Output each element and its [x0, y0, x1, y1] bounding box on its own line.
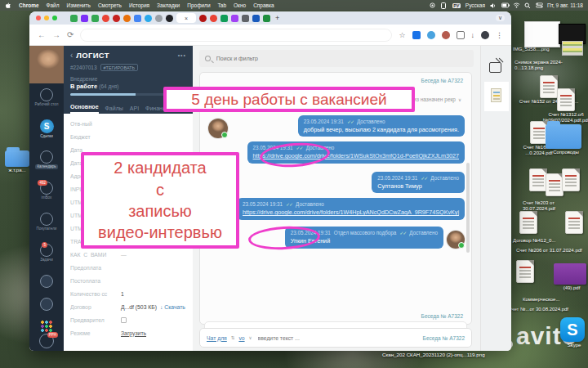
tab-favicon[interactable] [220, 15, 228, 22]
desktop-file[interactable] [529, 168, 547, 191]
tab-files[interactable]: Файлы [105, 105, 123, 114]
minimize-window-button[interactable] [44, 16, 49, 20]
search-input[interactable] [215, 55, 468, 62]
tab-favicon[interactable] [113, 15, 120, 22]
back-button[interactable]: ← [38, 30, 46, 39]
chat-for-link[interactable]: Чат для [207, 335, 227, 341]
desktop-folder-soprovody[interactable]: Сопроводы [546, 124, 586, 155]
forward-button[interactable]: → [52, 30, 60, 39]
chat-scrollbar[interactable] [466, 163, 470, 253]
extension-icon[interactable] [442, 31, 450, 39]
reload-button[interactable]: ⟳ [67, 30, 74, 39]
rail-item-deals[interactable]: S Сделки [29, 119, 64, 139]
tab-favicon[interactable] [145, 15, 152, 22]
spotlight-search-icon[interactable] [524, 2, 531, 8]
tab-favicon[interactable] [102, 15, 109, 22]
tab-main[interactable]: Основное [70, 104, 99, 114]
menu-profiles[interactable]: Профили [187, 2, 210, 8]
close-window-button[interactable] [36, 16, 41, 20]
tab-favicon[interactable] [263, 15, 270, 22]
tab-favicon[interactable] [91, 15, 99, 22]
menu-history[interactable]: История [129, 2, 149, 8]
menubar-clock[interactable]: Пт, 9 авг. 11:18 [547, 2, 583, 8]
wifi-icon[interactable] [513, 2, 519, 8]
menu-file[interactable]: Файл [47, 2, 60, 8]
menu-chrome[interactable]: Chrome [19, 2, 39, 8]
doc-tool-block[interactable] [484, 82, 509, 111]
lang-select[interactable]: vo [238, 335, 244, 341]
tab-favicon[interactable] [81, 15, 88, 22]
rail-item-desktop[interactable]: Рабочий стол [29, 88, 64, 107]
desktop-file[interactable] [516, 260, 534, 283]
desktop-file[interactable] [562, 168, 580, 191]
tab-favicon[interactable] [123, 15, 131, 22]
chevron-down-icon[interactable]: ∨ [249, 335, 252, 340]
keyboard-layout-name[interactable]: Русская [466, 2, 485, 8]
volume-icon[interactable] [490, 2, 497, 8]
active-tab[interactable]: × [176, 13, 196, 23]
desktop-file[interactable] [524, 21, 560, 47]
tab-favicon[interactable] [166, 15, 173, 22]
desktop-file[interactable]: (49).pdf [554, 263, 588, 291]
upload-resume-link[interactable]: Загрузить [121, 330, 146, 336]
open-in-new-window-icon[interactable] [489, 62, 501, 73]
deal-menu-dots[interactable]: ••• [178, 52, 186, 58]
apple-logo-icon[interactable] [5, 2, 11, 8]
skype-shortcut[interactable]: S Skype [560, 317, 588, 348]
menu-tab[interactable]: Tab [218, 2, 226, 8]
control-center-icon[interactable] [536, 2, 542, 8]
desktop-file[interactable] [519, 211, 537, 234]
extension-icon[interactable] [412, 31, 421, 39]
rail-item-notifications[interactable]: РРН [29, 334, 64, 348]
tab-favicon[interactable] [210, 15, 217, 22]
rail-item-apps[interactable] [29, 321, 64, 332]
menu-help[interactable]: Справка [253, 2, 274, 8]
desktop-file[interactable]: Счет №1312.об №09/07/2024.pdf.pdf [542, 88, 588, 123]
menu-edit[interactable]: Изменить [67, 2, 91, 8]
tab-favicon[interactable] [242, 15, 249, 22]
desktop-file[interactable] [565, 211, 583, 234]
new-tab-button[interactable]: + [275, 14, 279, 22]
extension-icon[interactable] [457, 31, 465, 39]
tab-favicon[interactable] [231, 15, 238, 22]
chrome-menu-icon[interactable]: ⋮ [496, 31, 503, 39]
download-icon[interactable]: ↓ [471, 31, 475, 39]
rail-item-calendar[interactable]: Календарь [29, 150, 64, 169]
rail-item-imbox[interactable]: 492 imBox [29, 182, 64, 200]
battery-icon[interactable] [501, 2, 508, 8]
sort-arrows-icon[interactable]: ⇅ [231, 335, 235, 340]
tab-favicon[interactable] [134, 15, 141, 22]
extension-icon[interactable] [427, 31, 435, 39]
rail-item-buyers[interactable]: Покупатели [29, 213, 64, 231]
tab-favicon[interactable] [252, 15, 260, 22]
tag-chip[interactable]: #ТЕГИРОВАТЬ [100, 64, 139, 71]
tab-favicon[interactable] [70, 15, 78, 22]
profile-avatar[interactable] [481, 31, 489, 39]
checkbox[interactable] [121, 317, 127, 323]
maximize-window-button[interactable] [52, 16, 57, 20]
manager-avatar[interactable] [447, 231, 465, 249]
contract-file-name[interactable]: Д...df (503 КБ) [121, 304, 157, 310]
menu-bookmarks[interactable]: Закладки [157, 2, 180, 8]
chat-search-bar[interactable] [199, 50, 474, 67]
tab-api[interactable]: API [130, 105, 139, 114]
close-tab-icon[interactable]: × [185, 16, 188, 21]
device-icon[interactable] [441, 2, 448, 8]
rail-item-telegram[interactable] [29, 275, 64, 288]
message-input[interactable] [256, 334, 419, 342]
user-avatar[interactable] [29, 46, 64, 83]
tab-favicon[interactable] [155, 15, 163, 22]
address-bar[interactable] [80, 29, 392, 42]
menu-view[interactable]: Смотреть [98, 2, 122, 8]
menu-window[interactable]: Окно [234, 2, 246, 8]
desktop-file[interactable] [546, 173, 564, 196]
record-icon[interactable] [430, 2, 436, 8]
desktop-file[interactable] [562, 41, 585, 56]
tab-overflow-button[interactable]: ∨ [496, 15, 505, 21]
keyboard-layout-badge[interactable]: РУ [452, 3, 461, 8]
download-contract-link[interactable]: ↓ Скачать [160, 304, 185, 310]
tab-favicon[interactable] [199, 15, 207, 22]
rail-item-circle[interactable] [29, 298, 64, 311]
bookmark-star-icon[interactable]: ☆ [399, 31, 405, 39]
back-chevron-icon[interactable]: ‹ [70, 51, 73, 60]
